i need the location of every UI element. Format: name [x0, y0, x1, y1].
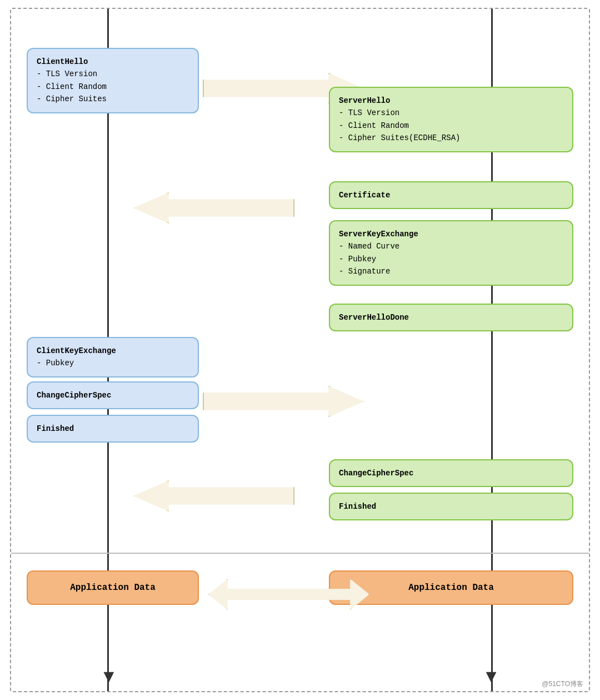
client-finished-title: Finished: [37, 423, 189, 435]
client-app-data-box: Application Data: [27, 570, 199, 605]
server-key-exchange-box: ServerKeyExchange - Named Curve - Pubkey…: [329, 220, 573, 286]
server-key-exchange-title: ServerKeyExchange: [339, 228, 563, 240]
client-key-exchange-title: ClientKeyExchange: [37, 345, 189, 357]
server-hello-done-box: ServerHelloDone: [329, 304, 573, 331]
client-hello-title: ClientHello: [37, 56, 189, 68]
arrow-right-2: [203, 386, 364, 417]
client-hello-item3: - Cipher Suites: [37, 93, 189, 105]
down-arrow-server: ▼: [482, 666, 500, 687]
down-arrow-client: ▼: [100, 666, 118, 687]
client-hello-box: ClientHello - TLS Version - Client Rando…: [27, 48, 199, 113]
client-key-exchange-box: ClientKeyExchange - Pubkey: [27, 337, 199, 378]
server-finished-box: Finished: [329, 493, 573, 520]
certificate-title: Certificate: [339, 189, 563, 201]
certificate-box: Certificate: [329, 181, 573, 209]
server-hello-item2: - Client Random: [339, 120, 563, 132]
client-key-exchange-item1: - Pubkey: [37, 357, 189, 369]
client-hello-item1: - TLS Version: [37, 68, 189, 80]
server-change-cipher-title: ChangeCipherSpec: [339, 467, 563, 479]
server-hello-item3: - Cipher Suites(ECDHE_RSA): [339, 132, 563, 144]
server-key-exchange-item2: - Pubkey: [339, 253, 563, 265]
client-change-cipher-box: ChangeCipherSpec: [27, 381, 199, 409]
server-finished-title: Finished: [339, 500, 563, 513]
client-change-cipher-title: ChangeCipherSpec: [37, 389, 189, 401]
server-app-data-title: Application Data: [339, 583, 563, 593]
arrow-left-1: [133, 192, 294, 224]
server-key-exchange-item3: - Signature: [339, 265, 563, 277]
server-change-cipher-box: ChangeCipherSpec: [329, 459, 573, 487]
client-hello-item2: - Client Random: [37, 81, 189, 93]
server-hello-title: ServerHello: [339, 95, 563, 107]
server-app-data-box: Application Data: [329, 570, 573, 605]
server-hello-box: ServerHello - TLS Version - Client Rando…: [329, 87, 573, 152]
watermark: @51CTO博客: [542, 679, 583, 689]
arrow-left-2: [133, 480, 294, 512]
server-key-exchange-item1: - Named Curve: [339, 240, 563, 252]
client-finished-box: Finished: [27, 415, 199, 443]
server-hello-item1: - TLS Version: [339, 107, 563, 119]
client-app-data-title: Application Data: [37, 583, 189, 593]
server-hello-done-title: ServerHelloDone: [339, 311, 563, 324]
